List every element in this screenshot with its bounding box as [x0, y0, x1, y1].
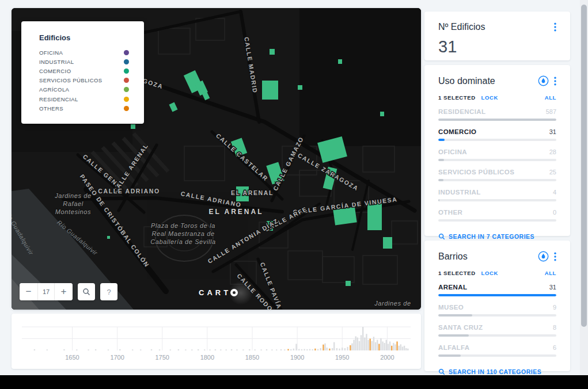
filter-droplet-icon[interactable]: [538, 251, 549, 262]
axis-tick-label: 1950: [335, 354, 349, 361]
kebab-menu-icon[interactable]: [554, 22, 556, 32]
building-polygon[interactable]: [270, 49, 275, 55]
building-polygon[interactable]: [338, 59, 342, 64]
building-polygon[interactable]: [107, 236, 110, 239]
map-search-button[interactable]: [78, 283, 95, 300]
time-histogram[interactable]: 16501700175018001850190019502000: [12, 314, 421, 369]
category-label: ARENAL: [438, 284, 467, 291]
histogram-bar: [396, 341, 397, 350]
histogram-bar: [140, 349, 141, 350]
category-row[interactable]: COMERCIO31: [438, 128, 556, 141]
category-row[interactable]: ALFALFA6: [438, 344, 556, 357]
category-row[interactable]: OFICINA28: [438, 148, 556, 161]
building-polygon[interactable]: [346, 281, 351, 286]
histogram-bar: [391, 346, 392, 350]
building-polygon[interactable]: [383, 237, 392, 249]
histogram-bar: [382, 341, 383, 350]
histogram-bar: [271, 349, 272, 350]
category-value: 31: [549, 128, 556, 135]
histogram-bar: [287, 349, 289, 350]
histogram-bar: [389, 341, 390, 350]
histogram-bar: [280, 349, 282, 350]
histogram-bar: [366, 334, 367, 350]
histogram-bar: [320, 348, 321, 350]
legend-item: INDUSTRIAL: [21, 57, 144, 66]
histogram-bar: [359, 341, 360, 350]
histogram-bar: [242, 349, 244, 350]
histogram-bar: [47, 349, 48, 350]
logo-o-icon: [230, 289, 238, 296]
histogram-bar: [306, 349, 308, 350]
all-button[interactable]: ALL: [545, 94, 556, 101]
histogram-bar: [151, 349, 152, 350]
category-row[interactable]: OTHER0: [438, 209, 556, 222]
search-categories-label: SEARCH IN 7 CATEGORIES: [449, 233, 534, 240]
category-value: 28: [549, 148, 556, 155]
histogram-bar: [336, 348, 337, 350]
category-bar: [438, 139, 556, 141]
map-panel[interactable]: CALLE ZARAGOZACALLE ZARAGOZACALLE MADRID…: [12, 8, 421, 310]
category-label: OFICINA: [438, 148, 467, 155]
building-polygon[interactable]: [131, 124, 135, 129]
axis-tick-label: 1850: [245, 354, 259, 361]
category-label: MUSEO: [438, 304, 464, 311]
map-label: EL ARENAL: [208, 208, 263, 216]
category-row[interactable]: SANTA CRUZ8: [438, 324, 556, 337]
category-label: OTHER: [438, 209, 462, 216]
category-row[interactable]: INDUSTRIAL4: [438, 189, 556, 201]
scrollbar[interactable]: [580, 0, 588, 375]
histogram-bar: [394, 344, 396, 350]
carto-logo: CART: [199, 281, 238, 304]
scrollbar-thumb[interactable]: [581, 5, 587, 327]
building-polygon[interactable]: [262, 81, 278, 100]
category-bar: [438, 179, 556, 181]
category-bar: [438, 354, 556, 357]
search-categories-button[interactable]: SEARCH IN 110 CATEGORIES: [438, 368, 556, 375]
search-categories-button[interactable]: SEARCH IN 7 CATEGORIES: [438, 233, 556, 240]
category-row[interactable]: RESIDENCIAL587: [438, 108, 556, 121]
histogram-bar: [364, 337, 365, 350]
category-row[interactable]: ARENAL31: [438, 284, 556, 296]
filter-droplet-icon[interactable]: [538, 75, 549, 86]
page: CALLE ZARAGOZACALLE ZARAGOZACALLE MADRID…: [0, 0, 588, 389]
legend-item: RESIDENCIAL: [21, 94, 144, 104]
category-value: 587: [546, 108, 556, 115]
legend-color-dot-icon: [124, 78, 129, 83]
histogram-bar: [323, 345, 324, 350]
category-row[interactable]: MUSEO9: [438, 304, 556, 316]
kebab-menu-icon[interactable]: [554, 252, 556, 261]
histogram-bar: [404, 346, 405, 350]
bottom-bar: [0, 375, 588, 389]
histogram-bar: [209, 349, 210, 350]
histogram-bar: [132, 349, 133, 350]
kebab-menu-icon[interactable]: [554, 77, 556, 86]
histogram-bar: [290, 349, 291, 350]
category-value: 0: [553, 209, 556, 216]
building-polygon[interactable]: [298, 85, 302, 90]
histogram-bar: [405, 348, 407, 350]
legend-item: OFICINA: [21, 48, 144, 57]
legend-item-label: INDUSTRIAL: [39, 59, 74, 65]
legend-color-dot-icon: [124, 59, 129, 64]
legend-color-dot-icon: [124, 50, 129, 55]
count-value: 31: [438, 37, 556, 56]
histogram-bar: [369, 339, 370, 351]
axis-tick-label: 1750: [155, 354, 169, 361]
category-label: COMERCIO: [438, 128, 476, 135]
lock-button[interactable]: LOCK: [481, 270, 498, 276]
histogram-bar: [344, 348, 346, 350]
building-polygon[interactable]: [380, 112, 384, 116]
zoom-in-button[interactable]: +: [55, 283, 73, 300]
zoom-out-button[interactable]: −: [20, 283, 37, 300]
histogram-bar: [225, 349, 226, 350]
all-button[interactable]: ALL: [545, 270, 556, 276]
category-row[interactable]: SERVICIOS PÚBLICOS25: [438, 169, 556, 181]
histogram-bar: [314, 349, 316, 350]
histogram-bar: [357, 337, 358, 350]
lock-button[interactable]: LOCK: [481, 94, 498, 101]
legend-item-label: SERVICIOS PÚBLICOS: [39, 77, 102, 83]
category-label: SERVICIOS PÚBLICOS: [438, 169, 514, 176]
search-icon: [82, 288, 90, 296]
map-help-button[interactable]: ?: [100, 283, 117, 300]
category-bar: [438, 159, 556, 161]
